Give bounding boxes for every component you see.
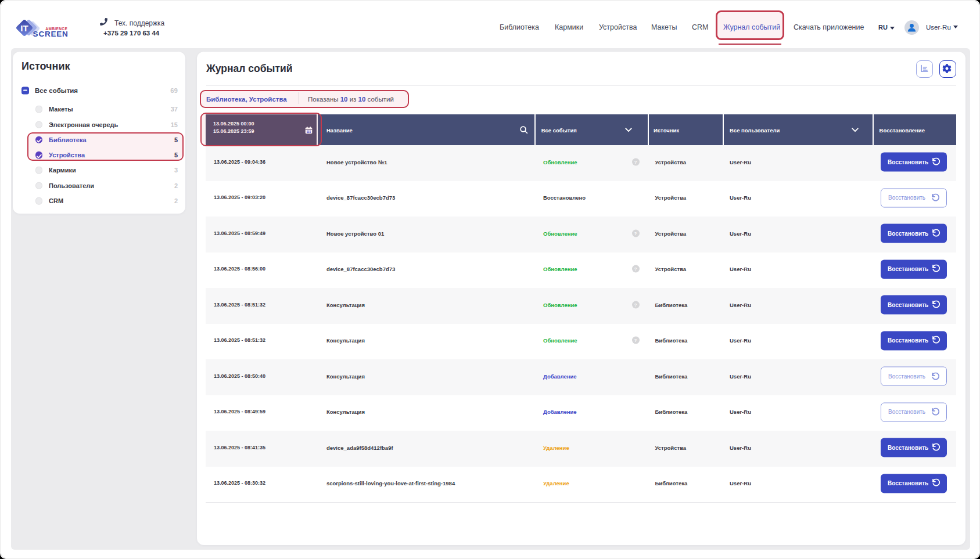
svg-text:IT: IT (20, 23, 28, 33)
svg-text:SCREEN: SCREEN (33, 30, 69, 38)
